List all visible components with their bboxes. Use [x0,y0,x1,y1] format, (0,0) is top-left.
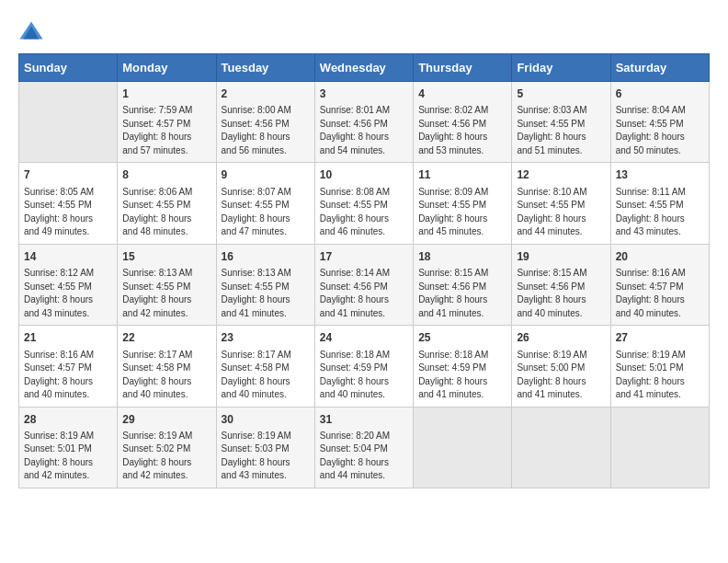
day-info: Sunrise: 8:02 AM Sunset: 4:56 PM Dayligh… [418,104,506,157]
calendar-cell: 16Sunrise: 8:13 AM Sunset: 4:55 PM Dayli… [216,244,314,325]
calendar-cell: 26Sunrise: 8:19 AM Sunset: 5:00 PM Dayli… [512,326,610,407]
day-number: 30 [222,412,310,428]
day-number: 3 [320,86,408,102]
calendar-cell: 13Sunrise: 8:11 AM Sunset: 4:55 PM Dayli… [610,163,709,244]
day-number: 20 [616,249,704,265]
day-info: Sunrise: 8:08 AM Sunset: 4:55 PM Dayligh… [320,186,408,239]
calendar-cell [19,82,118,163]
day-info: Sunrise: 8:13 AM Sunset: 4:55 PM Dayligh… [222,267,310,320]
calendar-cell: 28Sunrise: 8:19 AM Sunset: 5:01 PM Dayli… [19,407,118,488]
header-day-friday: Friday [512,54,610,82]
day-number: 1 [122,86,210,102]
logo-icon [18,18,44,44]
day-number: 9 [222,167,310,183]
day-number: 12 [517,167,605,183]
calendar-cell: 23Sunrise: 8:17 AM Sunset: 4:58 PM Dayli… [216,326,314,407]
day-info: Sunrise: 8:19 AM Sunset: 5:00 PM Dayligh… [517,349,605,402]
calendar-cell: 2Sunrise: 8:00 AM Sunset: 4:56 PM Daylig… [216,82,314,163]
day-number: 6 [616,86,704,102]
day-number: 28 [24,412,112,428]
calendar-cell: 8Sunrise: 8:06 AM Sunset: 4:55 PM Daylig… [118,163,216,244]
day-info: Sunrise: 7:59 AM Sunset: 4:57 PM Dayligh… [122,104,210,157]
header-day-saturday: Saturday [610,54,709,82]
day-number: 4 [418,86,506,102]
day-number: 16 [222,249,310,265]
header-row: SundayMondayTuesdayWednesdayThursdayFrid… [19,54,710,82]
day-number: 25 [418,330,506,346]
day-info: Sunrise: 8:03 AM Sunset: 4:55 PM Dayligh… [517,104,605,157]
calendar-cell [610,407,709,488]
calendar-cell: 4Sunrise: 8:02 AM Sunset: 4:56 PM Daylig… [414,82,512,163]
day-info: Sunrise: 8:16 AM Sunset: 4:57 PM Dayligh… [616,267,704,320]
calendar-body: 1Sunrise: 7:59 AM Sunset: 4:57 PM Daylig… [19,82,710,488]
day-number: 31 [320,412,408,428]
day-number: 2 [222,86,310,102]
calendar-week-4: 21Sunrise: 8:16 AM Sunset: 4:57 PM Dayli… [19,326,710,407]
header-day-tuesday: Tuesday [216,54,314,82]
calendar-cell: 6Sunrise: 8:04 AM Sunset: 4:55 PM Daylig… [610,82,709,163]
day-info: Sunrise: 8:19 AM Sunset: 5:01 PM Dayligh… [616,349,704,402]
calendar-cell: 14Sunrise: 8:12 AM Sunset: 4:55 PM Dayli… [19,244,118,325]
calendar-cell: 12Sunrise: 8:10 AM Sunset: 4:55 PM Dayli… [512,163,610,244]
day-info: Sunrise: 8:18 AM Sunset: 4:59 PM Dayligh… [418,349,506,402]
header-day-sunday: Sunday [19,54,118,82]
calendar-week-1: 1Sunrise: 7:59 AM Sunset: 4:57 PM Daylig… [19,82,710,163]
day-number: 29 [122,412,210,428]
page-header [18,18,710,44]
calendar-cell: 24Sunrise: 8:18 AM Sunset: 4:59 PM Dayli… [314,326,413,407]
day-info: Sunrise: 8:06 AM Sunset: 4:55 PM Dayligh… [122,186,210,239]
calendar-cell: 15Sunrise: 8:13 AM Sunset: 4:55 PM Dayli… [118,244,216,325]
day-info: Sunrise: 8:07 AM Sunset: 4:55 PM Dayligh… [222,186,310,239]
calendar-week-5: 28Sunrise: 8:19 AM Sunset: 5:01 PM Dayli… [19,407,710,488]
day-number: 7 [24,167,112,183]
day-number: 14 [24,249,112,265]
day-number: 5 [517,86,605,102]
day-number: 8 [122,167,210,183]
day-info: Sunrise: 8:17 AM Sunset: 4:58 PM Dayligh… [122,349,210,402]
calendar-cell [512,407,610,488]
day-info: Sunrise: 8:15 AM Sunset: 4:56 PM Dayligh… [517,267,605,320]
calendar-cell: 31Sunrise: 8:20 AM Sunset: 5:04 PM Dayli… [314,407,413,488]
calendar-cell: 30Sunrise: 8:19 AM Sunset: 5:03 PM Dayli… [216,407,314,488]
calendar-cell: 19Sunrise: 8:15 AM Sunset: 4:56 PM Dayli… [512,244,610,325]
header-day-wednesday: Wednesday [314,54,413,82]
day-info: Sunrise: 8:16 AM Sunset: 4:57 PM Dayligh… [24,349,112,402]
day-number: 19 [517,249,605,265]
header-day-thursday: Thursday [414,54,512,82]
calendar-cell: 20Sunrise: 8:16 AM Sunset: 4:57 PM Dayli… [610,244,709,325]
calendar-cell: 9Sunrise: 8:07 AM Sunset: 4:55 PM Daylig… [216,163,314,244]
calendar-week-3: 14Sunrise: 8:12 AM Sunset: 4:55 PM Dayli… [19,244,710,325]
day-info: Sunrise: 8:19 AM Sunset: 5:03 PM Dayligh… [222,430,310,483]
day-number: 22 [122,330,210,346]
day-info: Sunrise: 8:12 AM Sunset: 4:55 PM Dayligh… [24,267,112,320]
calendar-cell: 25Sunrise: 8:18 AM Sunset: 4:59 PM Dayli… [414,326,512,407]
calendar-cell: 3Sunrise: 8:01 AM Sunset: 4:56 PM Daylig… [314,82,413,163]
day-number: 17 [320,249,408,265]
calendar-cell: 7Sunrise: 8:05 AM Sunset: 4:55 PM Daylig… [19,163,118,244]
day-info: Sunrise: 8:04 AM Sunset: 4:55 PM Dayligh… [616,104,704,157]
calendar-week-2: 7Sunrise: 8:05 AM Sunset: 4:55 PM Daylig… [19,163,710,244]
day-info: Sunrise: 8:17 AM Sunset: 4:58 PM Dayligh… [222,349,310,402]
day-number: 24 [320,330,408,346]
day-number: 11 [418,167,506,183]
day-number: 26 [517,330,605,346]
calendar-cell: 10Sunrise: 8:08 AM Sunset: 4:55 PM Dayli… [314,163,413,244]
calendar-cell: 5Sunrise: 8:03 AM Sunset: 4:55 PM Daylig… [512,82,610,163]
day-info: Sunrise: 8:10 AM Sunset: 4:55 PM Dayligh… [517,186,605,239]
day-info: Sunrise: 8:19 AM Sunset: 5:01 PM Dayligh… [24,430,112,483]
day-info: Sunrise: 8:14 AM Sunset: 4:56 PM Dayligh… [320,267,408,320]
day-number: 10 [320,167,408,183]
day-info: Sunrise: 8:09 AM Sunset: 4:55 PM Dayligh… [418,186,506,239]
day-number: 23 [222,330,310,346]
calendar-cell: 17Sunrise: 8:14 AM Sunset: 4:56 PM Dayli… [314,244,413,325]
day-number: 27 [616,330,704,346]
calendar-cell [414,407,512,488]
calendar-table: SundayMondayTuesdayWednesdayThursdayFrid… [18,53,710,488]
calendar-cell: 29Sunrise: 8:19 AM Sunset: 5:02 PM Dayli… [118,407,216,488]
day-info: Sunrise: 8:01 AM Sunset: 4:56 PM Dayligh… [320,104,408,157]
calendar-cell: 1Sunrise: 7:59 AM Sunset: 4:57 PM Daylig… [118,82,216,163]
day-info: Sunrise: 8:11 AM Sunset: 4:55 PM Dayligh… [616,186,704,239]
calendar-cell: 18Sunrise: 8:15 AM Sunset: 4:56 PM Dayli… [414,244,512,325]
day-number: 21 [24,330,112,346]
day-info: Sunrise: 8:19 AM Sunset: 5:02 PM Dayligh… [122,430,210,483]
